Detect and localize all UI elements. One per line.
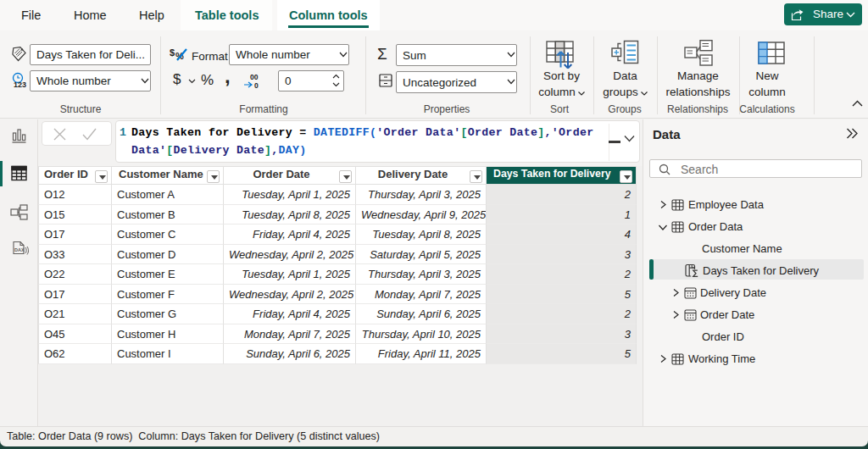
- svg-text:123: 123: [14, 80, 26, 89]
- svg-text:0: 0: [254, 81, 259, 90]
- svg-text:00: 00: [250, 73, 259, 81]
- svg-text:$: $: [170, 47, 175, 58]
- svg-text:DAX: DAX: [14, 247, 25, 252]
